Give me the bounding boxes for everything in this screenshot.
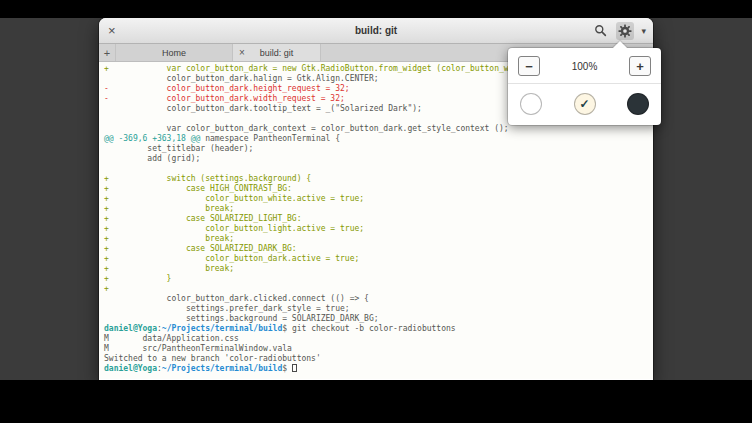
terminal-line: + case HIGH_CONTRAST_BG:: [104, 184, 653, 194]
terminal-line: M src/PantheonTerminalWindow.vala: [104, 344, 653, 354]
new-tab-button[interactable]: +: [99, 44, 116, 61]
gear-icon: [618, 24, 632, 38]
terminal-line: +: [104, 284, 653, 294]
theme-circle-high-contrast[interactable]: [520, 93, 542, 115]
terminal-line: + switch (settings.background) {: [104, 174, 653, 184]
window-close-icon[interactable]: ×: [108, 24, 116, 37]
settings-button[interactable]: [616, 22, 634, 40]
search-button[interactable]: [592, 22, 609, 39]
window-title: build: git: [99, 25, 653, 36]
terminal-line: + color_button_dark.active = true;: [104, 254, 653, 264]
chevron-down-icon[interactable]: ▾: [641, 26, 646, 36]
tab-build-git[interactable]: × build: git: [233, 44, 321, 61]
terminal-line: Switched to a new branch 'color-radiobut…: [104, 354, 653, 364]
header-icons: ▾: [592, 22, 646, 40]
terminal-line: daniel@Yoga:~/Projects/terminal/build$ g…: [104, 324, 653, 334]
terminal-line: + break;: [104, 264, 653, 274]
theme-circle-solarized-dark[interactable]: [627, 93, 649, 115]
terminal-line: var color_button_dark_context = color_bu…: [104, 124, 653, 134]
zoom-level: 100%: [572, 61, 598, 72]
terminal-line: + case SOLARIZED_DARK_BG:: [104, 244, 653, 254]
check-icon: ✓: [579, 98, 589, 110]
header-bar: × build: git: [99, 18, 653, 44]
theme-circle-solarized-light[interactable]: ✓: [574, 93, 596, 115]
terminal-line: M data/Application.css: [104, 334, 653, 344]
tab-home-label: Home: [162, 48, 186, 58]
zoom-in-button[interactable]: +: [629, 56, 651, 76]
terminal-line: @@ -369,6 +363,18 @@ namespace PantheonT…: [104, 134, 653, 144]
terminal-line: + break;: [104, 204, 653, 214]
terminal-line: + }: [104, 274, 653, 284]
desktop-background: × build: git: [0, 18, 752, 380]
zoom-out-button[interactable]: −: [518, 56, 540, 76]
tab-home[interactable]: Home: [116, 44, 233, 61]
terminal-line: add (grid);: [104, 154, 653, 164]
theme-selector: ✓: [518, 91, 651, 115]
terminal-line: daniel@Yoga:~/Projects/terminal/build$: [104, 364, 653, 374]
terminal-line: + case SOLARIZED_LIGHT_BG:: [104, 214, 653, 224]
terminal-line: + color_button_light.active = true;: [104, 224, 653, 234]
terminal-line: settings.prefer_dark_style = true;: [104, 304, 653, 314]
terminal-line: [104, 164, 653, 174]
terminal-line: + break;: [104, 234, 653, 244]
search-icon: [594, 24, 607, 37]
tab-close-icon[interactable]: ×: [239, 44, 245, 61]
popover-separator: [508, 83, 661, 84]
terminal-line: settings.background = SOLARIZED_DARK_BG;: [104, 314, 653, 324]
zoom-controls: − 100% +: [518, 56, 651, 76]
zoom-in-icon: +: [636, 60, 644, 73]
tab-build-git-label: build: git: [260, 48, 294, 58]
terminal-line: + color_button_white.active = true;: [104, 194, 653, 204]
settings-popover: − 100% + ✓: [508, 48, 661, 125]
terminal-line: color_button_dark.clicked.connect (() =>…: [104, 294, 653, 304]
zoom-out-icon: −: [525, 60, 533, 73]
terminal-cursor: [292, 364, 297, 372]
terminal-line: set_titlebar (header);: [104, 144, 653, 154]
